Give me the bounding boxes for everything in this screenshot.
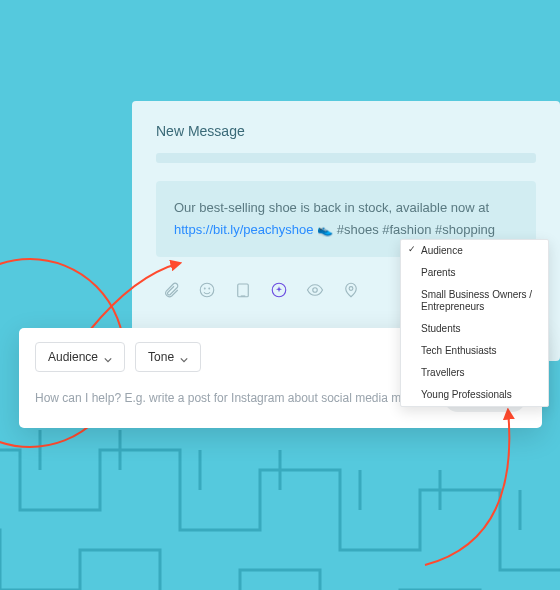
dropdown-item[interactable]: Students (401, 318, 548, 340)
panel-title: New Message (156, 123, 536, 139)
audience-dropdown-label: Audience (48, 350, 98, 364)
svg-rect-3 (238, 284, 249, 297)
svg-point-6 (313, 288, 318, 293)
tone-dropdown-button[interactable]: Tone (135, 342, 201, 372)
dropdown-item[interactable]: Tech Enthusiasts (401, 340, 548, 362)
dropdown-item[interactable]: Small Business Owners / Entrepreneurs (401, 284, 548, 318)
location-icon[interactable] (342, 281, 360, 299)
audience-dropdown-menu: AudienceParentsSmall Business Owners / E… (400, 239, 549, 407)
message-link[interactable]: https://bit.ly/peachyshoe (174, 222, 313, 237)
account-selector-placeholder[interactable] (156, 153, 536, 163)
chevron-down-icon (180, 353, 188, 361)
attach-icon[interactable] (162, 281, 180, 299)
chevron-down-icon (104, 353, 112, 361)
card-icon[interactable] (234, 281, 252, 299)
audience-dropdown-button[interactable]: Audience (35, 342, 125, 372)
dropdown-item[interactable]: Parents (401, 262, 548, 284)
background-pattern (0, 410, 560, 590)
dropdown-item[interactable]: Young Professionals (401, 384, 548, 406)
svg-point-7 (349, 287, 353, 291)
visibility-icon[interactable] (306, 281, 324, 299)
message-text-pre: Our best-selling shoe is back in stock, … (174, 200, 489, 215)
svg-point-2 (209, 288, 210, 289)
ai-prompt-input[interactable] (35, 391, 432, 405)
message-text-post: #shoes #fashion #shopping (333, 222, 495, 237)
ai-sparkle-icon[interactable] (270, 281, 288, 299)
svg-point-0 (200, 283, 214, 297)
shoe-emoji: 👟 (317, 222, 333, 237)
svg-point-1 (204, 288, 205, 289)
emoji-icon[interactable] (198, 281, 216, 299)
tone-dropdown-label: Tone (148, 350, 174, 364)
dropdown-item[interactable]: Audience (401, 240, 548, 262)
dropdown-item[interactable]: Travellers (401, 362, 548, 384)
